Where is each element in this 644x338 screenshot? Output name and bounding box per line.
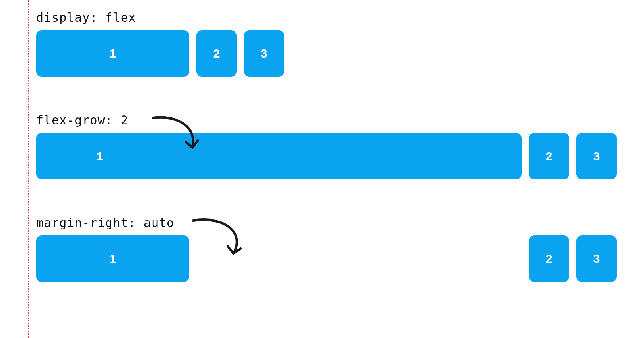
flex-item-number: 1: [97, 149, 103, 163]
example-flex-grow: flex-grow: 2 1 2 3: [36, 113, 617, 179]
flex-item-number: 1: [50, 252, 175, 266]
flex-item-number: 3: [261, 47, 268, 60]
flex-item: 3: [576, 235, 617, 282]
flex-item-grow: 1: [36, 133, 522, 179]
example-label: margin-right: auto: [36, 216, 617, 230]
flex-item-margin-auto: 1: [36, 235, 189, 282]
example-label: flex-grow: 2: [36, 113, 617, 127]
example-margin-right-auto: margin-right: auto 1 2 3: [36, 216, 617, 282]
flex-item-number: 2: [213, 47, 220, 60]
flex-row: 1 2 3: [36, 133, 617, 179]
example-label: display: flex: [36, 10, 617, 25]
flex-row: 1 2 3: [36, 235, 617, 282]
flex-row: 1 2 3: [36, 30, 617, 77]
flex-item: 2: [196, 30, 237, 77]
diagram-stage: display: flex 1 2 3 flex-grow: 2 1 2 3 m…: [28, 10, 617, 318]
flex-item-number: 3: [593, 252, 600, 266]
flex-item: 3: [244, 30, 284, 77]
flex-item-number: 3: [593, 149, 600, 163]
flex-item-number: 2: [546, 252, 553, 266]
example-display-flex: display: flex 1 2 3: [36, 10, 617, 77]
guide-line-right: [617, 0, 617, 338]
flex-item-number: 2: [546, 149, 553, 163]
flex-item-number: 1: [50, 47, 175, 60]
flex-item: 2: [529, 133, 569, 179]
flex-item: 1: [36, 30, 189, 77]
flex-item: 3: [576, 133, 617, 179]
flex-item: 2: [529, 235, 569, 282]
